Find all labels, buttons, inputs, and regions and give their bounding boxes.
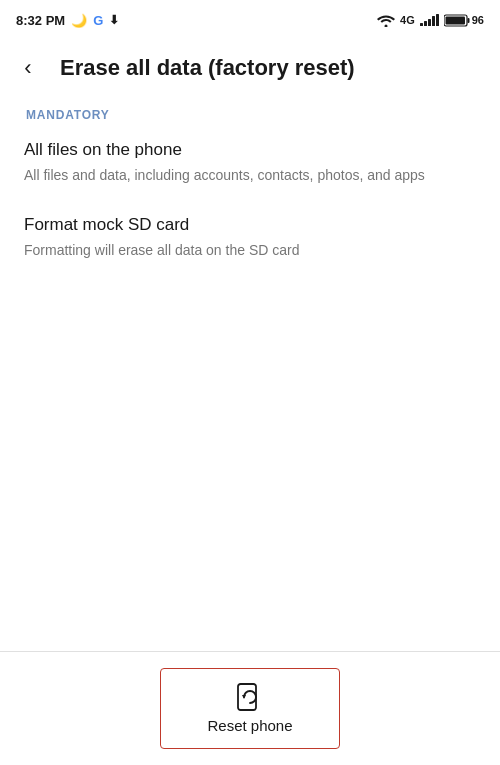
download-icon: ⬇ [109,13,119,27]
svg-rect-1 [467,18,469,23]
time-display: 8:32 PM [16,13,65,28]
status-right-area: 4G 96 [377,14,484,27]
item-desc-all-files: All files and data, including accounts, … [24,166,476,186]
status-time-area: 8:32 PM 🌙 G ⬇ [16,13,119,28]
content-area: MANDATORY All files on the phone All fil… [0,100,500,297]
reset-phone-icon [236,683,264,711]
svg-rect-2 [445,16,465,24]
svg-marker-4 [242,695,246,699]
battery-percent: 96 [472,14,484,26]
network-type: 4G [400,14,415,26]
page-header: ‹ Erase all data (factory reset) [0,36,500,100]
battery-icon [444,14,470,27]
battery-indicator: 96 [444,14,484,27]
item-sd-card: Format mock SD card Formatting will eras… [24,213,476,260]
signal-bars-icon [420,14,439,26]
reset-phone-label: Reset phone [207,717,292,734]
item-title-sd-card: Format mock SD card [24,213,476,237]
section-label: MANDATORY [24,108,476,122]
wifi-icon [377,14,395,27]
moon-icon: 🌙 [71,13,87,28]
item-title-all-files: All files on the phone [24,138,476,162]
reset-phone-button[interactable]: Reset phone [160,668,340,749]
bottom-action-area: Reset phone [0,651,500,765]
back-arrow-icon: ‹ [24,57,31,79]
item-all-files: All files on the phone All files and dat… [24,138,476,185]
status-bar: 8:32 PM 🌙 G ⬇ 4G 96 [0,0,500,36]
page-title: Erase all data (factory reset) [60,54,355,83]
item-desc-sd-card: Formatting will erase all data on the SD… [24,241,476,261]
google-icon: G [93,13,103,28]
back-button[interactable]: ‹ [8,48,48,88]
svg-rect-3 [238,684,256,710]
